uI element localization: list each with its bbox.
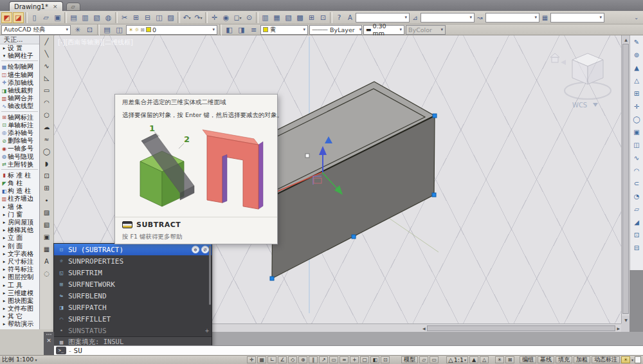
tarch-toggle-button[interactable]: 基线	[538, 356, 554, 363]
draw-tool-icon[interactable]: ◗	[41, 159, 52, 168]
tab-close-icon[interactable]: ×	[53, 3, 58, 10]
search-web-icon[interactable]: ⊕	[192, 246, 199, 253]
autocomplete-item[interactable]: ◠ SURFFILLET ⊕ ⌀ +	[54, 313, 212, 325]
viewcube[interactable]	[550, 53, 611, 99]
toolbar-button[interactable]: ?	[334, 12, 345, 23]
layer-previous-icon[interactable]: ◨	[236, 24, 247, 35]
toolbar-button[interactable]: ✂	[119, 12, 130, 23]
layer-freeze-icon[interactable]: ☼	[134, 27, 139, 33]
draw-tool-icon[interactable]: ▦	[41, 244, 52, 254]
sidebar-item[interactable]: 天正...	[0, 35, 39, 44]
draw-tool-icon[interactable]: ▨	[41, 208, 52, 217]
toolbar-button[interactable]: ◩	[1, 12, 12, 23]
draw-tool-icon[interactable]: ≈	[41, 134, 52, 144]
layout-icon[interactable]: ▱	[419, 356, 428, 363]
toolbar-button[interactable]: ▨	[165, 12, 176, 23]
right-strip-icon[interactable]: ◢	[631, 217, 642, 226]
toolbar-button[interactable]: ↷	[193, 12, 204, 23]
autocomplete-item[interactable]: ◱ SURFTRIM ⊕ ⌀ +	[54, 267, 212, 278]
workspace-switch-icon[interactable]: ✳	[495, 356, 504, 363]
toolbar-button[interactable]	[256, 12, 258, 23]
toolbar-button[interactable]	[330, 12, 332, 23]
autocomplete-item[interactable]: ⊟ SU (SUBTRACT) ⊕ ⌀ +	[54, 244, 212, 255]
toolbar-button[interactable]: ⊞	[306, 12, 317, 23]
toolbar-button[interactable]: ↶	[181, 12, 192, 23]
style-combo[interactable]	[550, 13, 604, 23]
toolbar-button[interactable]	[177, 12, 180, 23]
right-strip-icon[interactable]: ▣	[631, 127, 642, 136]
toolbar-button[interactable]: ⊡	[318, 12, 329, 23]
layer-combo[interactable]: ☀ ☼ ⊠ 0	[126, 25, 217, 35]
layout-icon[interactable]: ▭	[430, 356, 439, 363]
toolbar-button[interactable]	[25, 12, 28, 23]
draw-tool-icon[interactable]: ◺	[41, 73, 52, 83]
autocomplete-item[interactable]: • SUNSTATUS ⊕ ⌀ +	[54, 325, 212, 336]
toolbar-button[interactable]	[64, 12, 67, 23]
status-toggle-icon[interactable]: ⊡	[381, 356, 390, 363]
draw-tool-icon[interactable]: ∿	[41, 61, 52, 71]
right-strip-icon[interactable]: ⊚	[631, 50, 642, 59]
annotation-scale-control[interactable]: △ 1:1 ▾	[446, 356, 468, 363]
workspace-settings-icon[interactable]: ✳	[72, 24, 83, 35]
tarch-toggle-button[interactable]: 编组	[520, 356, 536, 363]
draw-tool-icon[interactable]: ☁	[41, 122, 52, 132]
workspace-save-icon[interactable]: ⊡	[84, 24, 95, 35]
draw-tool-icon[interactable]: ╱	[41, 37, 52, 46]
model-button[interactable]: 模型	[401, 356, 418, 363]
sidebar-item[interactable]: ▾ 轴网柱子	[0, 52, 39, 60]
toolbar-button[interactable]: ◫	[154, 12, 165, 23]
status-toggle-icon[interactable]: +	[350, 356, 359, 363]
toolbar-button[interactable]: ◻	[232, 12, 243, 23]
sidebar-item[interactable]: ∿ 轴改线型	[0, 102, 39, 110]
search-help-icon[interactable]: ⌀	[201, 246, 209, 253]
toolbar-button[interactable]: ✛	[209, 12, 220, 23]
layer-lock-icon[interactable]: ⊠	[140, 27, 145, 33]
status-toggle-icon[interactable]: ∠	[278, 356, 287, 363]
style-combo[interactable]	[421, 13, 475, 23]
toolbar-button[interactable]: ▤	[68, 12, 79, 23]
draw-tool-icon[interactable]: ╲	[41, 49, 52, 59]
right-strip-icon[interactable]: ▱	[631, 205, 642, 214]
draw-tool-icon[interactable]: A	[41, 257, 52, 266]
tarch-toggle-button[interactable]: 加粗	[574, 356, 590, 363]
draw-tool-icon[interactable]: ◌	[41, 269, 52, 278]
toolbar-button[interactable]: ▦	[271, 12, 282, 23]
workspace-combo[interactable]: AutoCAD 经典	[1, 25, 71, 35]
draw-tool-icon[interactable]: ◯	[41, 147, 52, 156]
scale-control[interactable]: 比例 1:100 ▾	[2, 356, 37, 364]
command-close-icon[interactable]: ×	[46, 338, 51, 343]
status-toggle-icon[interactable]: ≡	[340, 356, 349, 363]
annotation-visibility-icon[interactable]: ▲	[469, 356, 478, 363]
toolbar-button[interactable]: ▧	[283, 12, 294, 23]
workspace-switch-icon[interactable]: ⊠	[505, 356, 514, 363]
toolbar-button[interactable]: ▣	[52, 12, 63, 23]
status-toggle-icon[interactable]: ◧	[370, 356, 379, 363]
toolbar-button[interactable]: ▧	[91, 12, 102, 23]
toolbar-button[interactable]: ⊙	[244, 12, 255, 23]
layer-properties-icon[interactable]: ▤	[102, 24, 113, 35]
style-combo[interactable]	[356, 13, 410, 23]
draw-tool-icon[interactable]: ⊞	[41, 183, 52, 193]
right-strip-icon[interactable]: ∿	[631, 153, 642, 162]
style-combo[interactable]	[485, 13, 539, 23]
scroll-left-icon[interactable]: ◀	[422, 326, 426, 331]
color-combo[interactable]: 黄	[260, 25, 308, 35]
make-layer-current-icon[interactable]: ◧	[224, 24, 235, 35]
status-toggle-icon[interactable]: ∟	[267, 356, 276, 363]
command-input[interactable]: SU	[74, 347, 82, 355]
layer-on-icon[interactable]: ☀	[129, 27, 133, 33]
expand-group-icon[interactable]: +	[205, 327, 209, 334]
toolbar-button[interactable]	[115, 12, 118, 23]
sidebar-item[interactable]: ⇄ 主附转换	[0, 161, 39, 168]
lineweight-combo[interactable]: ▬ 0.30 mm	[363, 25, 404, 35]
autocomplete-item[interactable]: ☼ SUNPROPERTIES ⊕ ⌀ +	[54, 255, 212, 267]
horizontal-scrollbar[interactable]: ◀ ▶	[421, 323, 621, 332]
toolbar-button[interactable]: ▯	[29, 12, 40, 23]
right-strip-icon[interactable]: ◠	[631, 166, 642, 175]
right-strip-icon[interactable]: ◔	[631, 192, 642, 201]
draw-tool-icon[interactable]: ◠	[41, 98, 52, 107]
status-toggle-icon[interactable]: ▢	[360, 356, 369, 363]
draw-tool-icon[interactable]: ○	[41, 110, 52, 120]
toolbar-button[interactable]: ▩	[294, 12, 305, 23]
right-strip-icon[interactable]: ⊂	[631, 179, 642, 188]
